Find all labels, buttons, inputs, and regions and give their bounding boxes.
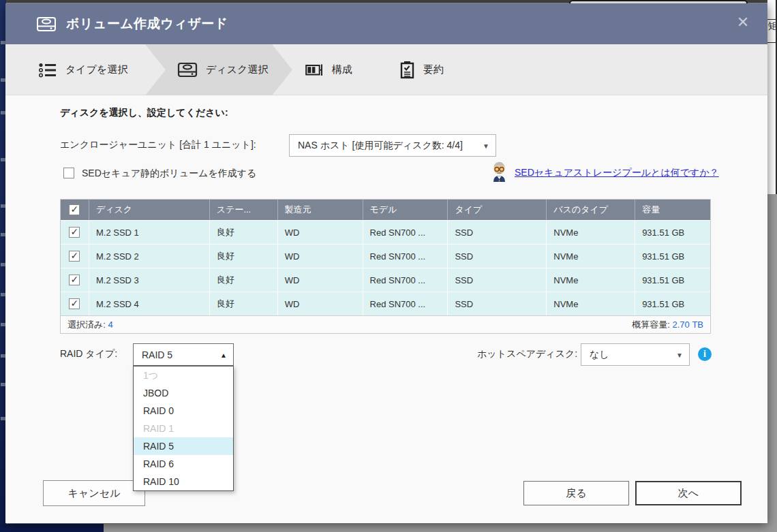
row-checkbox[interactable] <box>69 275 80 285</box>
column-header-bus-type[interactable]: バスのタイプ <box>547 200 635 220</box>
step-label: 構成 <box>332 63 352 76</box>
professor-avatar-icon <box>488 160 511 185</box>
summary-clipboard-icon <box>399 61 415 79</box>
raid-type-select[interactable]: RAID 5 ▲ <box>133 343 234 366</box>
step-label: タイプを選択 <box>65 63 127 76</box>
table-cell: 931.51 GB <box>635 221 710 244</box>
info-icon[interactable]: i <box>698 347 712 361</box>
table-cell: WD <box>278 292 363 315</box>
raid-option[interactable]: RAID 10 <box>134 473 233 490</box>
table-row[interactable]: M.2 SSD 1良好WDRed SN700 ...SSDNVMe931.51 … <box>61 220 710 244</box>
dialog-title: ボリューム作成ウィザード <box>66 15 228 33</box>
table-cell: SSD <box>448 245 547 268</box>
column-header-type[interactable]: タイプ <box>448 200 547 220</box>
table-cell: M.2 SSD 2 <box>89 245 210 268</box>
table-row[interactable]: M.2 SSD 3良好WDRed SN700 ...SSDNVMe931.51 … <box>61 268 710 292</box>
raid-option[interactable]: JBOD <box>134 384 233 402</box>
raid-option: 1つ <box>134 366 233 384</box>
hot-spare-select[interactable]: なし ▼ <box>581 343 690 366</box>
table-cell: 良好 <box>210 292 278 315</box>
raid-option[interactable]: RAID 6 <box>134 455 233 473</box>
column-header-model[interactable]: モデル <box>363 200 448 220</box>
row-checkbox-cell <box>61 221 89 244</box>
enclosure-select[interactable]: NAS ホスト [使用可能ディスク数: 4/4] ▼ <box>289 134 496 157</box>
row-checkbox[interactable] <box>69 251 80 262</box>
table-cell: Red SN700 ... <box>363 221 448 244</box>
disk-table-footer: 選択済み: 4 概算容量: 2.70 TB <box>61 315 710 333</box>
table-cell: WD <box>278 221 363 244</box>
step-label: ディスク選択 <box>206 63 268 76</box>
table-row[interactable]: M.2 SSD 2良好WDRed SN700 ...SSDNVMe931.51 … <box>61 244 710 268</box>
table-cell: 良好 <box>210 245 278 268</box>
row-checkbox-cell <box>61 245 89 268</box>
step-select-type[interactable]: タイプを選択 <box>38 44 127 95</box>
wizard-stepper: タイプを選択 ディスク選択 構成 <box>5 44 767 95</box>
raid-option[interactable]: RAID 0 <box>134 402 233 420</box>
column-header-disk[interactable]: ディスク <box>89 200 210 220</box>
table-cell: 931.51 GB <box>635 268 710 292</box>
table-cell: M.2 SSD 4 <box>89 292 210 315</box>
table-cell: WD <box>278 268 363 292</box>
column-header-manufacturer[interactable]: 製造元 <box>278 200 363 220</box>
page-instruction: ディスクを選択し、設定してください: <box>60 107 228 119</box>
disk-icon <box>177 61 198 78</box>
table-cell: SSD <box>448 221 547 244</box>
table-cell: NVMe <box>547 268 635 292</box>
sed-help-link[interactable]: SEDセキュアストレージプールとは何ですか？ <box>515 167 719 179</box>
table-cell: WD <box>278 245 363 268</box>
sed-checkbox-label: SEDセキュア静的ボリュームを作成する <box>82 168 256 180</box>
raid-option: RAID 1 <box>134 420 233 437</box>
disk-table: ディスク ステー... 製造元 モデル タイプ バスのタイプ 容量 M.2 SS… <box>60 199 711 334</box>
selected-count: 選択済み: 4 <box>67 319 113 331</box>
chevron-down-icon: ▼ <box>483 142 489 150</box>
estimated-capacity-value: 2.70 TB <box>672 319 703 330</box>
back-button[interactable]: 戻る <box>523 481 629 505</box>
hot-spare-label: ホットスペアディスク: <box>477 348 577 360</box>
table-cell: NVMe <box>547 245 635 268</box>
dialog-titlebar: ボリューム作成ウィザード ✕ <box>5 3 767 44</box>
row-checkbox-cell <box>61 268 89 292</box>
table-cell: NVMe <box>547 221 635 244</box>
step-configure[interactable]: 構成 <box>305 44 352 95</box>
background-right-fragment: 矩 <box>767 0 777 194</box>
step-label: 要約 <box>423 63 444 76</box>
disk-drive-icon <box>36 16 57 33</box>
column-header-status[interactable]: ステー... <box>210 200 278 220</box>
cancel-button[interactable]: キャンセル <box>43 480 145 506</box>
row-checkbox[interactable] <box>69 298 80 309</box>
step-select-disks[interactable]: ディスク選択 <box>177 44 268 95</box>
hot-spare-value: なし <box>590 349 609 361</box>
disk-table-header: ディスク ステー... 製造元 モデル タイプ バスのタイプ 容量 <box>61 200 710 220</box>
next-button[interactable]: 次へ <box>635 481 742 505</box>
background-bottom-left-block <box>0 524 104 532</box>
table-cell: Red SN700 ... <box>363 245 448 268</box>
raid-type-value: RAID 5 <box>142 349 172 360</box>
column-header-capacity[interactable]: 容量 <box>635 200 710 220</box>
step-summary[interactable]: 要約 <box>399 44 444 95</box>
chevron-up-icon: ▲ <box>220 351 227 359</box>
table-row[interactable]: M.2 SSD 4良好WDRed SN700 ...SSDNVMe931.51 … <box>61 292 710 315</box>
enclosure-select-value: NAS ホスト [使用可能ディスク数: 4/4] <box>298 140 463 152</box>
table-cell: SSD <box>448 292 547 315</box>
select-all-cell <box>61 200 89 220</box>
table-cell: 良好 <box>210 268 278 292</box>
sed-checkbox[interactable] <box>63 168 74 178</box>
close-icon[interactable]: ✕ <box>733 13 752 32</box>
table-cell: NVMe <box>547 292 635 315</box>
table-cell: M.2 SSD 3 <box>89 268 210 292</box>
partition-icon <box>305 62 324 78</box>
raid-type-dropdown-menu: 1つJBODRAID 0RAID 1RAID 5RAID 6RAID 10 <box>133 366 234 491</box>
row-checkbox-cell <box>61 292 89 315</box>
selected-count-value: 4 <box>108 319 113 330</box>
disk-table-body: M.2 SSD 1良好WDRed SN700 ...SSDNVMe931.51 … <box>61 220 710 315</box>
chevron-down-icon: ▼ <box>676 351 683 359</box>
select-all-checkbox[interactable] <box>69 204 80 215</box>
enclosure-label: エンクロージャーユニット [合計 1 ユニット]: <box>60 139 256 151</box>
table-cell: SSD <box>448 268 547 292</box>
table-cell: Red SN700 ... <box>363 292 448 315</box>
table-cell: 931.51 GB <box>635 292 710 315</box>
raid-type-label: RAID タイプ: <box>60 348 117 360</box>
raid-option[interactable]: RAID 5 <box>134 437 233 455</box>
row-checkbox[interactable] <box>69 227 80 238</box>
list-icon <box>38 62 57 78</box>
